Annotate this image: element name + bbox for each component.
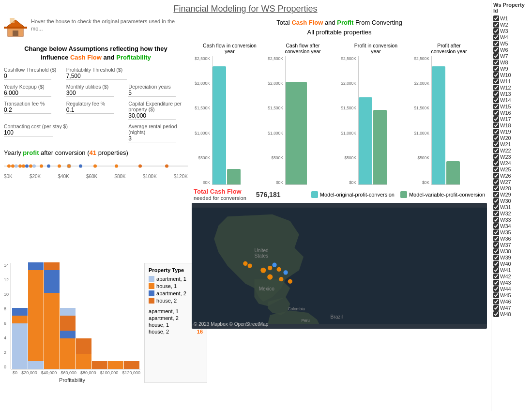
depreciation-years-label: Depreciation years xyxy=(128,84,188,90)
sidebar-checkbox-w40[interactable] xyxy=(493,261,499,267)
sidebar-checkbox-w8[interactable] xyxy=(493,60,499,65)
sidebar-checkbox-w22[interactable] xyxy=(493,148,499,153)
sidebar-checkbox-w26[interactable] xyxy=(493,173,499,179)
transaction-fee-input[interactable] xyxy=(4,107,51,114)
svg-point-21 xyxy=(283,270,288,274)
sidebar-checkbox-w16[interactable] xyxy=(493,110,499,116)
sidebar-checkbox-w44[interactable] xyxy=(493,286,499,292)
sidebar-checkbox-w46[interactable] xyxy=(493,299,499,304)
histogram-and-legend: Number of properties 02468101214 xyxy=(4,263,188,383)
dot xyxy=(79,165,82,168)
sidebar-item-w18: W18 xyxy=(493,122,530,128)
regulatory-fee-input[interactable] xyxy=(66,107,114,114)
sidebar-label-w16: W16 xyxy=(500,110,511,116)
sidebar-checkbox-w2[interactable] xyxy=(493,22,499,28)
dot xyxy=(7,165,11,168)
bar-chart-2-label: Cash flow afterconversion year xyxy=(285,40,320,54)
main-content: Financial Modeling for WS Properties xyxy=(0,0,491,411)
sidebar-checkbox-w24[interactable] xyxy=(493,160,499,166)
sidebar-label-w38: W38 xyxy=(500,248,511,254)
rental-period-input[interactable] xyxy=(128,135,176,142)
yearly-keepup-input[interactable] xyxy=(4,90,51,97)
sidebar-checkbox-w13[interactable] xyxy=(493,91,499,97)
sidebar-checkbox-w18[interactable] xyxy=(493,122,499,128)
svg-point-15 xyxy=(277,267,281,272)
sidebar-checkbox-w6[interactable] xyxy=(493,47,499,53)
sidebar-checkbox-w30[interactable] xyxy=(493,198,499,204)
sidebar-checkbox-w1[interactable] xyxy=(493,15,499,21)
sidebar-checkbox-w15[interactable] xyxy=(493,104,499,109)
sidebar-label-w7: W7 xyxy=(500,53,508,59)
sidebar-checkbox-w20[interactable] xyxy=(493,135,499,141)
sidebar-checkbox-w23[interactable] xyxy=(493,154,499,160)
dot xyxy=(32,165,36,168)
bar-chart-3-label: Profit in conversionyear xyxy=(354,40,397,54)
sidebar-checkbox-w47[interactable] xyxy=(493,305,499,311)
sidebar-item-w4: W4 xyxy=(493,34,530,40)
sidebar-checkbox-w11[interactable] xyxy=(493,78,499,84)
sidebar-checkbox-w37[interactable] xyxy=(493,242,499,248)
capital-expenditure: Capital Expenditure per property ($) xyxy=(128,101,188,120)
sidebar-checkbox-w42[interactable] xyxy=(493,274,499,279)
sidebar-checkbox-w35[interactable] xyxy=(493,229,499,235)
sidebar-checkbox-w33[interactable] xyxy=(493,217,499,223)
sidebar-checkbox-w3[interactable] xyxy=(493,28,499,34)
monthly-utilities-input[interactable] xyxy=(66,90,114,97)
sidebar-item-w12: W12 xyxy=(493,85,530,91)
sidebar-checkbox-w31[interactable] xyxy=(493,204,499,210)
sidebar-checkbox-w41[interactable] xyxy=(493,267,499,273)
sidebar-checkbox-w14[interactable] xyxy=(493,97,499,103)
sidebar-checkbox-w29[interactable] xyxy=(493,192,499,198)
svg-marker-0 xyxy=(6,20,25,28)
sidebar-item-w30: W30 xyxy=(493,198,530,204)
sidebar-checkbox-w27[interactable] xyxy=(493,179,499,185)
transaction-fee: Transaction fee % xyxy=(4,101,63,120)
hist-bar-house2-6 xyxy=(92,361,107,369)
svg-point-16 xyxy=(248,263,252,268)
sidebar-checkbox-w21[interactable] xyxy=(493,141,499,147)
sidebar-checkbox-w34[interactable] xyxy=(493,223,499,229)
sidebar-label-w29: W29 xyxy=(500,192,511,198)
sidebar-checkbox-w28[interactable] xyxy=(493,185,499,191)
sidebar-checkbox-w5[interactable] xyxy=(493,41,499,46)
cashflow-threshold-input[interactable] xyxy=(4,73,51,80)
bar-chart-3-bars xyxy=(358,56,387,185)
contracting-cost-input[interactable] xyxy=(4,129,53,137)
sidebar-checkbox-w17[interactable] xyxy=(493,116,499,122)
sidebar-checkbox-w36[interactable] xyxy=(493,236,499,242)
sidebar-checkbox-w4[interactable] xyxy=(493,34,499,40)
sidebar-checkbox-w19[interactable] xyxy=(493,129,499,135)
sidebar-checkbox-w45[interactable] xyxy=(493,292,499,298)
svg-text:Colombia: Colombia xyxy=(288,306,305,311)
bar-chart-4-area: $2,500K$2,000K$1,500K$1,000K$500K$0K xyxy=(413,56,485,185)
sidebar-checkbox-w10[interactable] xyxy=(493,72,499,78)
hist-group-4 xyxy=(76,338,91,369)
sidebar-label-w30: W30 xyxy=(500,198,511,204)
sidebar-checkbox-w43[interactable] xyxy=(493,280,499,286)
capital-expenditure-input[interactable] xyxy=(128,112,176,120)
histogram-wrapper: Number of properties 02468101214 xyxy=(4,263,140,383)
hist-bar-house2-8 xyxy=(124,361,139,369)
sidebar-checkbox-w32[interactable] xyxy=(493,211,499,216)
contracting-cost-label: Contracting cost (per stay $) xyxy=(4,123,125,129)
sidebar-label-w19: W19 xyxy=(500,129,511,135)
sidebar-checkbox-w7[interactable] xyxy=(493,53,499,59)
hist-group-7 xyxy=(124,361,139,369)
sidebar-checkbox-w25[interactable] xyxy=(493,167,499,172)
sidebar-label-w21: W21 xyxy=(500,141,511,147)
capital-expenditure-label: Capital Expenditure per property ($) xyxy=(128,101,188,112)
depreciation-years-input[interactable] xyxy=(128,90,176,97)
histogram-section: Number of properties 02468101214 xyxy=(4,263,188,383)
sidebar-checkbox-w12[interactable] xyxy=(493,85,499,91)
bar-chart-3-area: $2,500K$2,000K$1,500K$1,000K$500K$0K xyxy=(340,56,412,185)
bar-green-4 xyxy=(446,161,460,184)
sidebar-checkbox-w9[interactable] xyxy=(493,66,499,72)
sidebar-checkbox-w39[interactable] xyxy=(493,255,499,260)
hist-bar-house2-4 xyxy=(60,316,76,331)
sidebar-checkbox-w38[interactable] xyxy=(493,248,499,254)
bar-chart-2-bars xyxy=(285,56,307,185)
legend-swatch-cyan xyxy=(311,191,318,198)
profitability-threshold-input[interactable] xyxy=(66,73,127,80)
sidebar-checkbox-w48[interactable] xyxy=(493,311,499,317)
sidebar-item-w5: W5 xyxy=(493,41,530,46)
